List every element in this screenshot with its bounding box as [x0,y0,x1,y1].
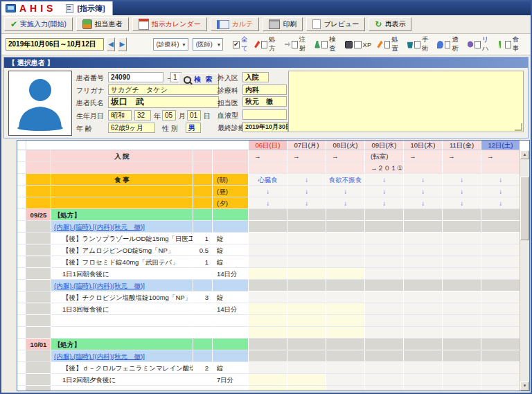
day-cell[interactable]: ↓ [326,197,365,209]
prev-week-button[interactable]: ◀ [107,37,115,51]
row-selector-cell[interactable] [17,174,26,186]
order-link[interactable]: (内服).(臨時).[(内科)(秋元 徹)] [54,282,145,289]
row-selector-cell[interactable] [17,197,26,209]
birth-day-value[interactable]: 01 [187,110,201,120]
day-cell[interactable]: ↓ [481,197,520,209]
day-cell[interactable] [287,256,326,268]
day-cell[interactable]: → [249,150,287,162]
day-cell[interactable]: (転室) [365,150,404,162]
day-cell[interactable] [443,244,481,256]
day-cell[interactable] [249,339,287,350]
day-cell[interactable] [443,303,481,315]
day-cell[interactable] [365,339,404,350]
order-link[interactable]: (内服).(臨時).[(内科)(秋元 徹)] [54,352,145,360]
name-value[interactable]: 坂口 武 [108,96,219,108]
day-cell[interactable] [326,268,365,280]
day-cell[interactable] [326,350,365,362]
day-cell[interactable] [249,162,287,174]
day-cell[interactable] [481,386,520,391]
day-cell[interactable]: ↓ [287,174,326,186]
day-cell[interactable] [443,327,481,339]
day-cell[interactable] [443,280,481,292]
day-cell[interactable]: →２０１① [365,162,404,174]
day-cell[interactable] [481,256,520,268]
day-cell[interactable] [249,386,287,391]
day-cell[interactable] [365,292,404,303]
day-cell[interactable] [481,292,520,303]
doctor-select[interactable]: (医師) ▼ [193,38,223,51]
day-cell[interactable] [287,303,326,315]
day-cell[interactable]: → [481,150,520,162]
day-cell[interactable]: 心臓食 [249,174,287,186]
day-cell[interactable] [249,362,287,374]
day-cell[interactable] [287,339,326,350]
karte-button[interactable]: カルテ [211,17,260,31]
surgery-checkbox[interactable] [414,41,420,48]
day-header-cell[interactable]: 12日(土) [481,141,520,150]
day-cell[interactable] [443,339,481,350]
day-cell[interactable] [443,233,481,244]
day-cell[interactable] [404,386,443,391]
day-cell[interactable]: ↓ [365,197,404,209]
day-cell[interactable]: ↓ [443,174,481,186]
day-cell[interactable] [404,339,443,350]
scroll-down-button[interactable]: ▼ [520,382,529,391]
day-cell[interactable] [404,350,443,362]
day-cell[interactable] [249,233,287,244]
day-cell[interactable] [365,280,404,292]
day-cell[interactable]: 食欲不振食 [326,174,365,186]
day-cell[interactable] [404,209,443,221]
day-cell[interactable] [287,292,326,303]
day-cell[interactable]: ↓ [443,186,481,197]
day-cell[interactable]: → [443,150,481,162]
day-cell[interactable] [365,386,404,391]
day-cell[interactable] [287,162,326,174]
day-cell[interactable] [365,244,404,256]
day-cell[interactable] [404,280,443,292]
day-header-cell[interactable]: 09日(水) [365,141,404,150]
day-cell[interactable] [365,362,404,374]
day-cell[interactable] [249,327,287,339]
next-week-button[interactable]: ▶ [118,37,126,51]
day-cell[interactable] [481,374,520,386]
scroll-up-button[interactable]: ▲ [520,150,529,159]
day-cell[interactable] [249,221,287,233]
day-cell[interactable] [365,303,404,315]
date-range-input[interactable] [6,38,104,51]
prescription-checkbox[interactable] [261,41,267,48]
day-cell[interactable] [326,233,365,244]
day-cell[interactable] [365,233,404,244]
day-cell[interactable] [287,233,326,244]
day-cell[interactable] [481,244,520,256]
day-cell[interactable] [365,221,404,233]
injection-checkbox[interactable] [292,41,298,48]
day-cell[interactable] [443,292,481,303]
day-cell[interactable] [404,233,443,244]
day-cell[interactable] [481,209,520,221]
day-cell[interactable] [249,244,287,256]
day-cell[interactable] [404,244,443,256]
day-header-cell[interactable]: 07日(月) [287,141,326,150]
row-selector-cell[interactable] [17,162,26,174]
day-cell[interactable]: ↓ [326,186,365,197]
day-cell[interactable] [287,386,326,391]
row-selector-cell[interactable] [17,268,26,280]
day-cell[interactable] [287,327,326,339]
day-cell[interactable] [481,327,520,339]
day-cell[interactable] [249,268,287,280]
scrollbar-thumb[interactable] [520,177,529,240]
xray-checkbox[interactable] [354,41,362,48]
day-cell[interactable] [365,209,404,221]
day-cell[interactable] [249,303,287,315]
kana-value[interactable]: サカグチ タケシ [108,84,219,95]
day-cell[interactable] [326,362,365,374]
row-selector-cell[interactable] [17,327,26,339]
day-cell[interactable] [481,303,520,315]
day-cell[interactable]: ↓ [481,174,520,186]
day-cell[interactable] [326,339,365,350]
row-selector-cell[interactable] [17,362,26,374]
order-link[interactable]: (内服).(臨時).[(内科)(秋元 徹)] [54,223,145,231]
row-selector-cell[interactable] [17,374,26,386]
preview-button[interactable]: プレビュー [306,17,365,31]
day-cell[interactable] [443,162,481,174]
